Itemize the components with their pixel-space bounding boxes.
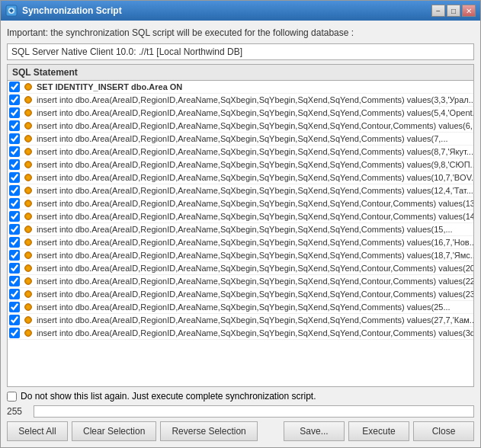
row-checkbox[interactable] <box>9 185 20 196</box>
row-checkbox[interactable] <box>9 133 20 144</box>
main-window: Synchronization Script − □ ✕ Important: … <box>0 0 481 448</box>
maximize-button[interactable]: □ <box>447 5 460 17</box>
minimize-button[interactable]: − <box>431 5 445 17</box>
gear-icon <box>23 224 34 235</box>
row-text: insert into dbo.Area(AreaID,RegionID,Are… <box>37 199 473 208</box>
left-buttons: Select All Clear Selection Reverse Selec… <box>7 421 258 441</box>
gear-icon <box>23 289 34 299</box>
row-text: insert into dbo.Area(AreaID,RegionID,Are… <box>37 134 448 143</box>
button-row: Select All Clear Selection Reverse Selec… <box>7 421 474 441</box>
row-checkbox[interactable] <box>9 82 20 92</box>
no-show-checkbox[interactable] <box>7 392 17 402</box>
gear-icon <box>23 94 34 105</box>
row-text: insert into dbo.Area(AreaID,RegionID,Are… <box>37 251 473 260</box>
row-checkbox[interactable] <box>9 120 20 131</box>
row-checkbox[interactable] <box>9 328 20 338</box>
no-show-label: Do not show this list again. Just execut… <box>21 391 316 402</box>
table-scroll-area[interactable]: SET IDENTITY_INSERT dbo.Area ONinsert in… <box>8 81 473 386</box>
gear-icon <box>23 263 34 274</box>
sql-table-container: SQL Statement SET IDENTITY_INSERT dbo.Ar… <box>7 64 474 387</box>
row-text: insert into dbo.Area(AreaID,RegionID,Are… <box>37 95 473 104</box>
table-header-label: SQL Statement <box>12 67 78 78</box>
save-button[interactable]: Save... <box>284 421 345 441</box>
gear-icon <box>23 133 34 144</box>
reverse-selection-button[interactable]: Reverse Selection <box>160 421 257 441</box>
row-text: insert into dbo.Area(AreaID,RegionID,Are… <box>37 328 473 338</box>
table-row: insert into dbo.Area(AreaID,RegionID,Are… <box>8 249 473 262</box>
clear-selection-button[interactable]: Clear Selection <box>72 421 156 441</box>
table-row: insert into dbo.Area(AreaID,RegionID,Are… <box>8 327 473 340</box>
row-checkbox[interactable] <box>9 107 20 118</box>
progress-value: 255 <box>7 406 30 417</box>
row-text: SET IDENTITY_INSERT dbo.Area ON <box>37 82 182 91</box>
row-text: insert into dbo.Area(AreaID,RegionID,Are… <box>37 212 473 221</box>
table-row: insert into dbo.Area(AreaID,RegionID,Are… <box>8 314 473 327</box>
table-row: insert into dbo.Area(AreaID,RegionID,Are… <box>8 107 473 120</box>
row-text: insert into dbo.Area(AreaID,RegionID,Are… <box>37 160 473 169</box>
gear-icon <box>23 250 34 261</box>
row-text: insert into dbo.Area(AreaID,RegionID,Are… <box>37 290 473 299</box>
row-text: insert into dbo.Area(AreaID,RegionID,Are… <box>37 302 451 312</box>
row-checkbox[interactable] <box>9 224 20 235</box>
row-checkbox[interactable] <box>9 198 20 209</box>
row-checkbox[interactable] <box>9 237 20 248</box>
row-checkbox[interactable] <box>9 302 20 312</box>
row-checkbox[interactable] <box>9 172 20 183</box>
table-row: insert into dbo.Area(AreaID,RegionID,Are… <box>8 301 473 314</box>
row-checkbox[interactable] <box>9 159 20 170</box>
main-content: Important: the synchronization SQL scrip… <box>1 21 480 447</box>
select-all-button[interactable]: Select All <box>7 421 68 441</box>
gear-icon <box>23 328 34 338</box>
table-row: insert into dbo.Area(AreaID,RegionID,Are… <box>8 133 473 146</box>
db-info: SQL Server Native Client 10.0: .//t1 [Lo… <box>7 43 474 60</box>
row-checkbox[interactable] <box>9 263 20 274</box>
row-checkbox[interactable] <box>9 211 20 222</box>
table-row: insert into dbo.Area(AreaID,RegionID,Are… <box>8 210 473 223</box>
table-row: insert into dbo.Area(AreaID,RegionID,Are… <box>8 171 473 184</box>
gear-icon <box>23 120 34 131</box>
close-button[interactable]: Close <box>413 421 474 441</box>
row-checkbox[interactable] <box>9 146 20 157</box>
gear-icon <box>23 82 34 92</box>
gear-icon <box>23 107 34 118</box>
gear-icon <box>23 237 34 248</box>
info-text: Important: the synchronization SQL scrip… <box>7 27 474 40</box>
gear-icon <box>23 302 34 312</box>
gear-icon <box>23 211 34 222</box>
row-checkbox[interactable] <box>9 94 20 105</box>
row-checkbox[interactable] <box>9 276 20 286</box>
table-row: SET IDENTITY_INSERT dbo.Area ON <box>8 81 473 94</box>
execute-button[interactable]: Execute <box>348 421 409 441</box>
table-row: insert into dbo.Area(AreaID,RegionID,Are… <box>8 288 473 301</box>
table-row: insert into dbo.Area(AreaID,RegionID,Are… <box>8 120 473 133</box>
table-row: insert into dbo.Area(AreaID,RegionID,Are… <box>8 146 473 158</box>
title-bar: Synchronization Script − □ ✕ <box>1 1 480 21</box>
row-checkbox[interactable] <box>9 315 20 325</box>
app-icon <box>5 5 18 17</box>
window-title: Synchronization Script <box>22 5 427 16</box>
row-checkbox[interactable] <box>9 289 20 299</box>
row-text: insert into dbo.Area(AreaID,RegionID,Are… <box>37 121 473 130</box>
table-row: insert into dbo.Area(AreaID,RegionID,Are… <box>8 223 473 236</box>
row-text: insert into dbo.Area(AreaID,RegionID,Are… <box>37 277 473 286</box>
table-row: insert into dbo.Area(AreaID,RegionID,Are… <box>8 262 473 275</box>
gear-icon <box>23 172 34 183</box>
progress-row: 255 <box>7 405 474 418</box>
window-controls: − □ ✕ <box>431 5 476 17</box>
row-checkbox[interactable] <box>9 250 20 261</box>
row-text: insert into dbo.Area(AreaID,RegionID,Are… <box>37 315 473 325</box>
row-text: insert into dbo.Area(AreaID,RegionID,Are… <box>37 264 473 273</box>
table-row: insert into dbo.Area(AreaID,RegionID,Are… <box>8 236 473 249</box>
bottom-section: Do not show this list again. Just execut… <box>7 391 474 441</box>
gear-icon <box>23 276 34 286</box>
no-show-row: Do not show this list again. Just execut… <box>7 391 474 402</box>
row-text: insert into dbo.Area(AreaID,RegionID,Are… <box>37 225 453 234</box>
close-window-button[interactable]: ✕ <box>462 5 476 17</box>
gear-icon <box>23 159 34 170</box>
gear-icon <box>23 198 34 209</box>
table-row: insert into dbo.Area(AreaID,RegionID,Are… <box>8 158 473 171</box>
progress-bar <box>34 405 474 418</box>
row-text: insert into dbo.Area(AreaID,RegionID,Are… <box>37 238 473 247</box>
table-row: insert into dbo.Area(AreaID,RegionID,Are… <box>8 184 473 197</box>
row-text: insert into dbo.Area(AreaID,RegionID,Are… <box>37 173 473 182</box>
